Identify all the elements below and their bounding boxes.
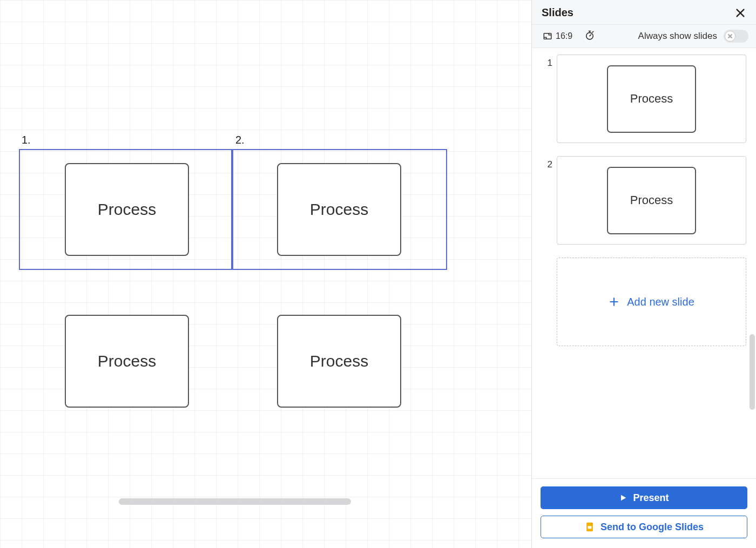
- panel-toolbar: 16:9 Always show slides: [532, 25, 756, 48]
- present-label: Present: [633, 492, 669, 504]
- add-slide-button[interactable]: Add new slide: [557, 258, 746, 346]
- process-shape: Process: [607, 167, 696, 234]
- panel-header: Slides: [532, 0, 756, 25]
- send-google-slides-button[interactable]: Send to Google Slides: [541, 516, 747, 538]
- shape-label: Process: [630, 92, 673, 106]
- google-slides-icon: [584, 522, 595, 532]
- present-button[interactable]: Present: [541, 486, 747, 509]
- slides-panel: Slides 16:9 Always show slides 1 Process…: [531, 0, 756, 548]
- svg-rect-0: [544, 33, 551, 39]
- process-shape: Process: [607, 65, 696, 133]
- play-icon: [619, 493, 627, 502]
- always-show-label: Always show slides: [638, 31, 717, 42]
- slide-number-2: 2.: [235, 134, 245, 146]
- shape-label: Process: [310, 200, 368, 219]
- stopwatch-icon[interactable]: [582, 30, 595, 43]
- shape-label: Process: [310, 352, 368, 370]
- horizontal-scrollbar[interactable]: [119, 498, 351, 505]
- slide-thumb-number: 1: [542, 55, 557, 69]
- slide-thumbnail[interactable]: Process: [557, 156, 746, 245]
- slides-list: 1 Process 2 Process Add new slide: [532, 48, 756, 478]
- panel-footer: Present Send to Google Slides: [532, 478, 756, 548]
- plus-icon: [609, 296, 619, 307]
- slide-thumb-number: 2: [542, 156, 557, 170]
- aspect-ratio-button[interactable]: 16:9: [539, 29, 576, 43]
- vertical-scrollbar[interactable]: [750, 334, 755, 410]
- shape-label: Process: [98, 352, 156, 370]
- send-google-label: Send to Google Slides: [600, 522, 704, 533]
- aspect-ratio-value: 16:9: [556, 31, 572, 41]
- panel-title: Slides: [542, 6, 573, 19]
- slide-number-1: 1.: [22, 134, 31, 146]
- slide-thumb-row: 2 Process: [542, 156, 746, 245]
- aspect-ratio-icon: [543, 31, 552, 41]
- process-shape[interactable]: Process: [277, 315, 401, 408]
- add-slide-label: Add new slide: [627, 296, 694, 308]
- always-show-toggle[interactable]: [724, 30, 748, 43]
- process-shape[interactable]: Process: [65, 163, 189, 256]
- svg-rect-3: [588, 526, 592, 529]
- shape-label: Process: [98, 200, 156, 219]
- close-icon[interactable]: [734, 7, 746, 19]
- process-shape[interactable]: Process: [65, 315, 189, 408]
- process-shape[interactable]: Process: [277, 163, 401, 256]
- canvas[interactable]: 1. 2. Process Process Process Process: [0, 0, 531, 548]
- slide-thumb-row: 1 Process: [542, 55, 746, 143]
- shape-label: Process: [630, 193, 673, 207]
- slide-thumbnail[interactable]: Process: [557, 55, 746, 143]
